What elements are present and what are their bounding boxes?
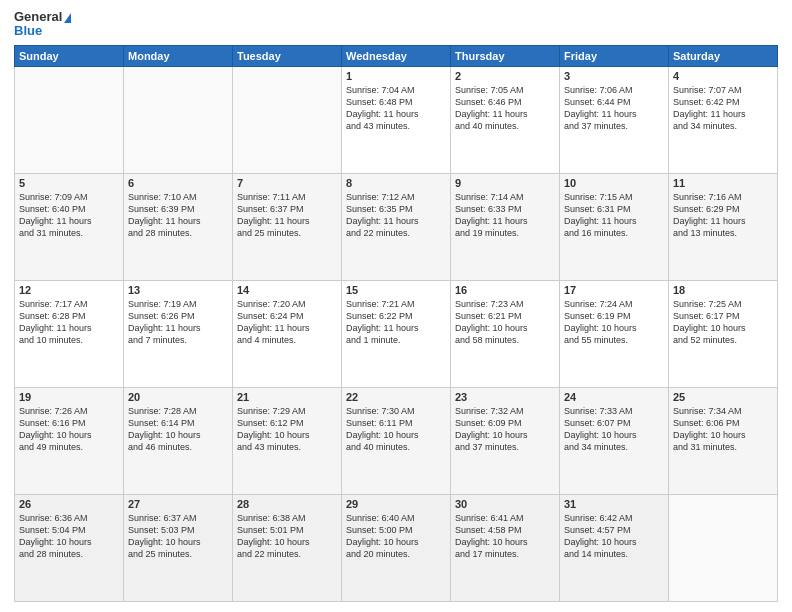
day-cell: 2Sunrise: 7:05 AM Sunset: 6:46 PM Daylig… xyxy=(451,66,560,173)
day-info: Sunrise: 7:09 AM Sunset: 6:40 PM Dayligh… xyxy=(19,191,119,240)
day-info: Sunrise: 7:10 AM Sunset: 6:39 PM Dayligh… xyxy=(128,191,228,240)
day-number: 26 xyxy=(19,498,119,510)
day-number: 27 xyxy=(128,498,228,510)
day-cell: 17Sunrise: 7:24 AM Sunset: 6:19 PM Dayli… xyxy=(560,280,669,387)
day-info: Sunrise: 7:12 AM Sunset: 6:35 PM Dayligh… xyxy=(346,191,446,240)
day-info: Sunrise: 7:24 AM Sunset: 6:19 PM Dayligh… xyxy=(564,298,664,347)
day-cell: 28Sunrise: 6:38 AM Sunset: 5:01 PM Dayli… xyxy=(233,494,342,601)
day-number: 14 xyxy=(237,284,337,296)
day-info: Sunrise: 7:23 AM Sunset: 6:21 PM Dayligh… xyxy=(455,298,555,347)
day-cell: 31Sunrise: 6:42 AM Sunset: 4:57 PM Dayli… xyxy=(560,494,669,601)
day-cell: 1Sunrise: 7:04 AM Sunset: 6:48 PM Daylig… xyxy=(342,66,451,173)
day-cell xyxy=(15,66,124,173)
day-number: 29 xyxy=(346,498,446,510)
day-info: Sunrise: 7:21 AM Sunset: 6:22 PM Dayligh… xyxy=(346,298,446,347)
day-cell: 11Sunrise: 7:16 AM Sunset: 6:29 PM Dayli… xyxy=(669,173,778,280)
day-info: Sunrise: 7:11 AM Sunset: 6:37 PM Dayligh… xyxy=(237,191,337,240)
day-info: Sunrise: 7:32 AM Sunset: 6:09 PM Dayligh… xyxy=(455,405,555,454)
day-cell: 22Sunrise: 7:30 AM Sunset: 6:11 PM Dayli… xyxy=(342,387,451,494)
day-number: 23 xyxy=(455,391,555,403)
day-cell: 23Sunrise: 7:32 AM Sunset: 6:09 PM Dayli… xyxy=(451,387,560,494)
day-header-tuesday: Tuesday xyxy=(233,45,342,66)
day-cell: 18Sunrise: 7:25 AM Sunset: 6:17 PM Dayli… xyxy=(669,280,778,387)
day-info: Sunrise: 7:33 AM Sunset: 6:07 PM Dayligh… xyxy=(564,405,664,454)
day-info: Sunrise: 6:41 AM Sunset: 4:58 PM Dayligh… xyxy=(455,512,555,561)
day-cell: 13Sunrise: 7:19 AM Sunset: 6:26 PM Dayli… xyxy=(124,280,233,387)
day-cell: 4Sunrise: 7:07 AM Sunset: 6:42 PM Daylig… xyxy=(669,66,778,173)
day-number: 1 xyxy=(346,70,446,82)
day-info: Sunrise: 6:42 AM Sunset: 4:57 PM Dayligh… xyxy=(564,512,664,561)
day-number: 4 xyxy=(673,70,773,82)
page: General Blue SundayMondayTuesdayWednesda… xyxy=(0,0,792,612)
day-number: 15 xyxy=(346,284,446,296)
day-info: Sunrise: 7:07 AM Sunset: 6:42 PM Dayligh… xyxy=(673,84,773,133)
day-number: 16 xyxy=(455,284,555,296)
week-row-1: 1Sunrise: 7:04 AM Sunset: 6:48 PM Daylig… xyxy=(15,66,778,173)
day-cell: 24Sunrise: 7:33 AM Sunset: 6:07 PM Dayli… xyxy=(560,387,669,494)
day-number: 24 xyxy=(564,391,664,403)
day-cell: 12Sunrise: 7:17 AM Sunset: 6:28 PM Dayli… xyxy=(15,280,124,387)
day-cell: 8Sunrise: 7:12 AM Sunset: 6:35 PM Daylig… xyxy=(342,173,451,280)
week-row-2: 5Sunrise: 7:09 AM Sunset: 6:40 PM Daylig… xyxy=(15,173,778,280)
day-cell: 29Sunrise: 6:40 AM Sunset: 5:00 PM Dayli… xyxy=(342,494,451,601)
day-header-thursday: Thursday xyxy=(451,45,560,66)
day-cell: 14Sunrise: 7:20 AM Sunset: 6:24 PM Dayli… xyxy=(233,280,342,387)
day-number: 11 xyxy=(673,177,773,189)
day-number: 17 xyxy=(564,284,664,296)
day-number: 7 xyxy=(237,177,337,189)
day-number: 2 xyxy=(455,70,555,82)
day-cell: 19Sunrise: 7:26 AM Sunset: 6:16 PM Dayli… xyxy=(15,387,124,494)
day-info: Sunrise: 6:40 AM Sunset: 5:00 PM Dayligh… xyxy=(346,512,446,561)
day-header-sunday: Sunday xyxy=(15,45,124,66)
day-number: 9 xyxy=(455,177,555,189)
day-info: Sunrise: 6:38 AM Sunset: 5:01 PM Dayligh… xyxy=(237,512,337,561)
day-cell: 15Sunrise: 7:21 AM Sunset: 6:22 PM Dayli… xyxy=(342,280,451,387)
day-header-monday: Monday xyxy=(124,45,233,66)
day-info: Sunrise: 7:06 AM Sunset: 6:44 PM Dayligh… xyxy=(564,84,664,133)
header: General Blue xyxy=(14,10,778,39)
day-cell: 10Sunrise: 7:15 AM Sunset: 6:31 PM Dayli… xyxy=(560,173,669,280)
day-number: 10 xyxy=(564,177,664,189)
day-info: Sunrise: 6:36 AM Sunset: 5:04 PM Dayligh… xyxy=(19,512,119,561)
day-cell: 6Sunrise: 7:10 AM Sunset: 6:39 PM Daylig… xyxy=(124,173,233,280)
day-number: 25 xyxy=(673,391,773,403)
day-number: 28 xyxy=(237,498,337,510)
day-info: Sunrise: 7:29 AM Sunset: 6:12 PM Dayligh… xyxy=(237,405,337,454)
day-info: Sunrise: 7:20 AM Sunset: 6:24 PM Dayligh… xyxy=(237,298,337,347)
day-info: Sunrise: 7:19 AM Sunset: 6:26 PM Dayligh… xyxy=(128,298,228,347)
day-number: 19 xyxy=(19,391,119,403)
day-cell xyxy=(233,66,342,173)
day-cell: 27Sunrise: 6:37 AM Sunset: 5:03 PM Dayli… xyxy=(124,494,233,601)
day-header-friday: Friday xyxy=(560,45,669,66)
logo-text: General Blue xyxy=(14,10,71,39)
day-number: 30 xyxy=(455,498,555,510)
day-cell: 5Sunrise: 7:09 AM Sunset: 6:40 PM Daylig… xyxy=(15,173,124,280)
day-number: 6 xyxy=(128,177,228,189)
day-number: 3 xyxy=(564,70,664,82)
calendar: SundayMondayTuesdayWednesdayThursdayFrid… xyxy=(14,45,778,602)
day-info: Sunrise: 7:05 AM Sunset: 6:46 PM Dayligh… xyxy=(455,84,555,133)
day-cell: 26Sunrise: 6:36 AM Sunset: 5:04 PM Dayli… xyxy=(15,494,124,601)
day-info: Sunrise: 7:04 AM Sunset: 6:48 PM Dayligh… xyxy=(346,84,446,133)
day-cell: 9Sunrise: 7:14 AM Sunset: 6:33 PM Daylig… xyxy=(451,173,560,280)
day-info: Sunrise: 7:28 AM Sunset: 6:14 PM Dayligh… xyxy=(128,405,228,454)
day-cell: 30Sunrise: 6:41 AM Sunset: 4:58 PM Dayli… xyxy=(451,494,560,601)
week-row-3: 12Sunrise: 7:17 AM Sunset: 6:28 PM Dayli… xyxy=(15,280,778,387)
day-number: 20 xyxy=(128,391,228,403)
day-cell: 3Sunrise: 7:06 AM Sunset: 6:44 PM Daylig… xyxy=(560,66,669,173)
day-header-saturday: Saturday xyxy=(669,45,778,66)
day-info: Sunrise: 7:34 AM Sunset: 6:06 PM Dayligh… xyxy=(673,405,773,454)
day-number: 13 xyxy=(128,284,228,296)
day-number: 22 xyxy=(346,391,446,403)
logo-general: General xyxy=(14,10,71,24)
day-info: Sunrise: 7:14 AM Sunset: 6:33 PM Dayligh… xyxy=(455,191,555,240)
week-row-5: 26Sunrise: 6:36 AM Sunset: 5:04 PM Dayli… xyxy=(15,494,778,601)
day-info: Sunrise: 7:30 AM Sunset: 6:11 PM Dayligh… xyxy=(346,405,446,454)
day-info: Sunrise: 7:16 AM Sunset: 6:29 PM Dayligh… xyxy=(673,191,773,240)
day-info: Sunrise: 7:15 AM Sunset: 6:31 PM Dayligh… xyxy=(564,191,664,240)
day-number: 21 xyxy=(237,391,337,403)
day-number: 8 xyxy=(346,177,446,189)
day-info: Sunrise: 6:37 AM Sunset: 5:03 PM Dayligh… xyxy=(128,512,228,561)
day-cell: 16Sunrise: 7:23 AM Sunset: 6:21 PM Dayli… xyxy=(451,280,560,387)
header-row: SundayMondayTuesdayWednesdayThursdayFrid… xyxy=(15,45,778,66)
